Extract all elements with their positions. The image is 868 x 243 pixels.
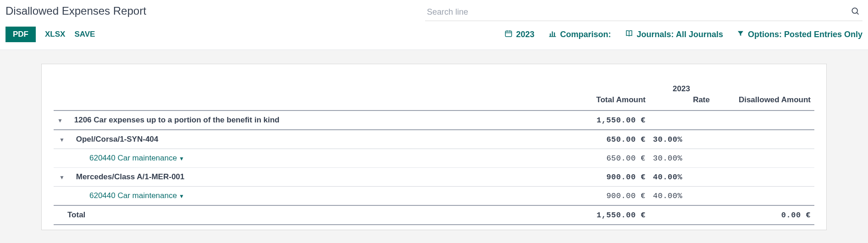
- filter-comparison-label: Comparison:: [560, 30, 611, 39]
- filter-options-label: Options: Posted Entries Only: [748, 30, 862, 39]
- group-row[interactable]: ▼ Opel/Corsa/1-SYN-404 650.00 € 30.00%: [54, 130, 814, 149]
- svg-rect-7: [552, 31, 553, 36]
- leaf-total: 900.00 €: [562, 187, 649, 206]
- group-rate: 40.00%: [649, 168, 713, 187]
- section-name: 1206 Car expenses up to a portion of the…: [74, 116, 280, 124]
- filter-period-label: 2023: [516, 30, 535, 39]
- section-total: 1,550.00 €: [562, 110, 649, 130]
- group-name: Mercedes/Class A/1-MER-001: [76, 172, 185, 181]
- svg-line-1: [857, 13, 859, 15]
- total-row: Total 1,550.00 € 0.00 €: [54, 205, 814, 225]
- caret-down-icon[interactable]: ▼: [59, 174, 66, 181]
- total-amount: 1,550.00 €: [562, 205, 649, 225]
- caret-down-icon[interactable]: ▼: [57, 117, 64, 124]
- caret-down-icon[interactable]: ▼: [59, 137, 66, 143]
- filter-period[interactable]: 2023: [504, 29, 535, 40]
- col-total-amount: Total Amount: [562, 94, 649, 110]
- report-panel: 2023 Total Amount Rate Disallowed Amount…: [41, 64, 827, 230]
- group-total: 900.00 €: [562, 168, 649, 187]
- leaf-name[interactable]: 620440 Car maintenance: [89, 191, 177, 200]
- report-table: 2023 Total Amount Rate Disallowed Amount…: [54, 80, 814, 225]
- search-icon[interactable]: [851, 6, 860, 17]
- leaf-total: 650.00 €: [562, 149, 649, 168]
- leaf-rate: 40.00%: [649, 187, 713, 206]
- col-rate: Rate: [649, 94, 713, 110]
- save-button[interactable]: SAVE: [74, 30, 95, 39]
- filter-options[interactable]: Options: Posted Entries Only: [737, 30, 862, 39]
- leaf-rate: 30.00%: [649, 149, 713, 168]
- filter-icon: [737, 30, 744, 39]
- pdf-button[interactable]: PDF: [6, 27, 36, 42]
- group-total: 650.00 €: [562, 130, 649, 149]
- bar-chart-icon: [548, 29, 557, 40]
- group-rate: 30.00%: [649, 130, 713, 149]
- col-disallowed-amount: Disallowed Amount: [713, 94, 814, 110]
- svg-rect-6: [550, 33, 551, 36]
- filter-comparison[interactable]: Comparison:: [548, 29, 611, 40]
- filter-journals-label: Journals: All Journals: [637, 30, 723, 39]
- leaf-row[interactable]: 620440 Car maintenance▼ 650.00 € 30.00%: [54, 149, 814, 168]
- caret-down-icon[interactable]: ▼: [179, 155, 184, 162]
- total-disallowed: 0.00 €: [713, 205, 814, 225]
- leaf-row[interactable]: 620440 Car maintenance▼ 900.00 € 40.00%: [54, 187, 814, 206]
- total-label: Total: [54, 205, 562, 225]
- svg-point-0: [852, 8, 857, 13]
- svg-rect-8: [554, 32, 555, 36]
- col-year: 2023: [649, 80, 713, 94]
- search-container: [425, 5, 862, 21]
- caret-down-icon[interactable]: ▼: [179, 193, 184, 199]
- filter-journals[interactable]: Journals: All Journals: [625, 29, 723, 40]
- page-title: Disallowed Expenses Report: [6, 5, 146, 17]
- search-input[interactable]: [425, 5, 862, 21]
- section-row[interactable]: ▼ 1206 Car expenses up to a portion of t…: [54, 110, 814, 130]
- group-name: Opel/Corsa/1-SYN-404: [76, 135, 159, 144]
- group-row[interactable]: ▼ Mercedes/Class A/1-MER-001 900.00 € 40…: [54, 168, 814, 187]
- leaf-name[interactable]: 620440 Car maintenance: [89, 154, 177, 162]
- book-icon: [625, 29, 633, 40]
- svg-rect-2: [505, 31, 512, 36]
- calendar-icon: [504, 29, 513, 40]
- xlsx-button[interactable]: XLSX: [45, 30, 65, 39]
